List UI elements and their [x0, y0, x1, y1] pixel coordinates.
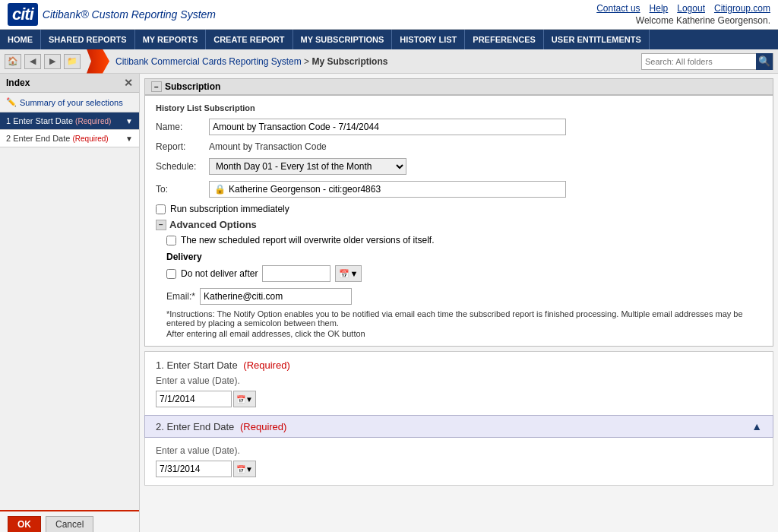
down-arrow-icon-2: ▼	[125, 135, 133, 143]
do-not-deliver-checkbox[interactable]	[166, 269, 176, 279]
nav-bar: HOME SHARED REPORTS MY REPORTS CREATE RE…	[0, 30, 778, 49]
breadcrumb-current: My Subscriptions	[312, 56, 387, 67]
schedule-select[interactable]: Month Day 01 - Every 1st of the Month	[209, 158, 406, 175]
citi-logo: citi	[8, 3, 38, 26]
start-date-title: 1. Enter Start Date	[156, 359, 238, 371]
nav-history-list[interactable]: HISTORY LIST	[392, 30, 465, 49]
end-date-title: 2. Enter End Date	[156, 421, 234, 432]
overwrite-checkbox[interactable]	[166, 236, 176, 245]
subscription-title: Subscription	[165, 81, 220, 92]
search-input[interactable]	[642, 54, 756, 69]
nav-home[interactable]: HOME	[0, 30, 41, 49]
do-not-deliver-row: Do not deliver after 📅▼	[166, 265, 762, 282]
start-date-header: 1. Enter Start Date (Required)	[156, 359, 762, 371]
do-not-deliver-label: Do not deliver after	[181, 268, 258, 279]
contact-us-link[interactable]: Contact us	[596, 3, 640, 14]
nav-create-report[interactable]: CREATE REPORT	[206, 30, 293, 49]
right-panel: − Subscription History List Subscription…	[140, 74, 778, 532]
schedule-row: Schedule: Month Day 01 - Every 1st of th…	[156, 158, 762, 175]
logout-link[interactable]: Logout	[677, 3, 705, 14]
top-right-links: Contact us Help Logout Citigroup.com	[596, 3, 770, 14]
to-input: 🔒 Katherine Georgenson - citi:geor4863	[209, 181, 566, 198]
advanced-options-header: − Advanced Options	[156, 219, 762, 230]
index-header: Index ✕	[0, 74, 139, 93]
down-arrow-icon-1: ▼	[125, 117, 133, 125]
home-nav-btn[interactable]: 🏠	[5, 54, 21, 69]
name-input[interactable]	[209, 119, 566, 135]
index-item-start-date[interactable]: 1 Enter Start Date (Required) ▼	[0, 112, 139, 130]
name-label: Name:	[156, 122, 209, 132]
required-badge-2: (Required)	[72, 135, 108, 143]
nav-my-subscriptions[interactable]: MY SUBSCRIPTIONS	[293, 30, 393, 49]
to-value: Katherine Georgenson - citi:geor4863	[229, 184, 381, 195]
end-date-section-header: 2. Enter End Date (Required) ▲	[144, 415, 773, 438]
instructions-text: *Instructions: The Notify Option enables…	[166, 309, 762, 328]
overwrite-label: The new scheduled report will overwrite …	[181, 235, 434, 245]
summary-label: Summary of your selections	[20, 98, 123, 107]
collapse-btn[interactable]: −	[151, 81, 162, 92]
index-title: Index	[6, 78, 30, 88]
to-label: To:	[156, 184, 209, 195]
index-close-btn[interactable]: ✕	[124, 77, 133, 89]
top-right: Contact us Help Logout Citigroup.com Wel…	[596, 3, 770, 26]
btn-bar: OK Cancel	[0, 510, 139, 532]
search-box: 🔍	[641, 53, 773, 70]
run-immediately-checkbox[interactable]	[156, 204, 166, 214]
start-date-subtitle: Enter a value (Date).	[156, 375, 762, 386]
name-row: Name:	[156, 119, 762, 135]
report-label: Report:	[156, 141, 209, 152]
end-date-header: 2. Enter End Date (Required)	[156, 421, 286, 432]
email-input[interactable]	[200, 288, 352, 305]
do-not-deliver-calendar-btn[interactable]: 📅▼	[335, 265, 362, 282]
left-panel: Index ✕ ✏️ Summary of your selections 1 …	[0, 74, 140, 532]
email-row: Email:*	[166, 288, 762, 305]
to-row: To: 🔒 Katherine Georgenson - citi:geor48…	[156, 181, 762, 198]
end-date-calendar-btn[interactable]: 📅▼	[233, 461, 256, 477]
start-date-section: 1. Enter Start Date (Required) Enter a v…	[144, 351, 773, 415]
after-text: After entering all email addresses, clic…	[166, 329, 762, 338]
end-date-input[interactable]	[156, 461, 232, 477]
breadcrumb-path[interactable]: Citibank Commercial Cards Reporting Syst…	[115, 56, 302, 67]
cancel-button[interactable]: Cancel	[46, 516, 93, 532]
search-button[interactable]: 🔍	[756, 53, 773, 70]
end-date-subtitle: Enter a value (Date).	[156, 445, 762, 456]
folder-nav-btn[interactable]: 📁	[64, 54, 81, 69]
lock-icon: 🔒	[214, 184, 226, 195]
start-date-input[interactable]	[156, 391, 232, 407]
run-immediately-row: Run subscription immediately	[156, 204, 762, 214]
end-date-required: (Required)	[240, 421, 286, 432]
overwrite-row: The new scheduled report will overwrite …	[166, 235, 762, 245]
report-row: Report: Amount by Transaction Code	[156, 141, 762, 152]
start-date-calendar-btn[interactable]: 📅▼	[233, 391, 256, 407]
back-nav-btn[interactable]: ◀	[24, 54, 41, 69]
nav-shared-reports[interactable]: SHARED REPORTS	[41, 30, 135, 49]
advanced-collapse-btn[interactable]: −	[156, 220, 166, 230]
help-link[interactable]: Help	[650, 3, 669, 14]
start-date-input-row: 📅▼	[156, 391, 762, 407]
email-label: Email:*	[166, 291, 195, 302]
schedule-label: Schedule:	[156, 161, 209, 172]
end-date-input-row: 📅▼	[156, 461, 762, 477]
nav-user-entitlements[interactable]: USER ENTITLEMENTS	[544, 30, 650, 49]
do-not-deliver-date[interactable]	[262, 265, 330, 282]
citigroup-link[interactable]: Citigroup.com	[714, 3, 770, 14]
index-item-end-date[interactable]: 2 Enter End Date (Required) ▼	[0, 130, 139, 147]
summary-row[interactable]: ✏️ Summary of your selections	[0, 93, 139, 112]
ok-button[interactable]: OK	[8, 516, 41, 532]
breadcrumb-bar: 🏠 ◀ ▶ 📁 Citibank Commercial Cards Report…	[0, 49, 778, 74]
forward-nav-btn[interactable]: ▶	[44, 54, 61, 69]
main-content: Index ✕ ✏️ Summary of your selections 1 …	[0, 74, 778, 532]
breadcrumb: Citibank Commercial Cards Reporting Syst…	[115, 56, 638, 67]
nav-preferences[interactable]: PREFERENCES	[465, 30, 544, 49]
delivery-label: Delivery	[166, 252, 762, 262]
subscription-header: − Subscription	[144, 78, 773, 95]
nav-my-reports[interactable]: MY REPORTS	[135, 30, 207, 49]
up-arrow-btn[interactable]: ▲	[751, 420, 762, 432]
end-date-section: Enter a value (Date). 📅▼	[144, 438, 773, 486]
top-bar: citi Citibank® Custom Reporting System C…	[0, 0, 778, 30]
subscription-fieldset: History List Subscription Name: Report: …	[144, 95, 773, 347]
logo-text: citi	[8, 3, 38, 26]
pencil-icon: ✏️	[6, 97, 17, 107]
run-immediately-label: Run subscription immediately	[170, 204, 289, 214]
top-bar-left: citi Citibank® Custom Reporting System	[8, 3, 216, 26]
